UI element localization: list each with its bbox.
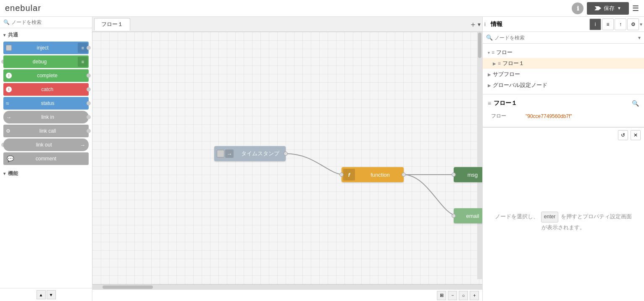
scroll-up-button[interactable]: ▲ bbox=[37, 290, 46, 299]
panel-title-icon: i bbox=[484, 21, 486, 27]
flow-node-timestamp[interactable]: → タイムスタンプ bbox=[214, 146, 286, 161]
flow-node-email[interactable]: email ✉ bbox=[454, 208, 482, 223]
tab-bar: フロー１ ＋ ▾ bbox=[92, 17, 482, 32]
table-cell-key: フロー bbox=[489, 111, 522, 121]
timestamp-sq-port bbox=[217, 150, 224, 157]
panel-tabs: i 情報 i ≡ ↑ ⚙ ▾ bbox=[483, 17, 644, 32]
tab-add-button[interactable]: ＋ bbox=[469, 19, 477, 29]
node-link-call-port-right bbox=[87, 129, 91, 133]
panel-hint: ノードを選択し、 enter を押すとプロパティ設定画面が表示されます。 bbox=[483, 143, 644, 301]
node-comment[interactable]: 💬 comment bbox=[3, 152, 89, 165]
sidebar-search-bar: 🔍 bbox=[0, 17, 92, 28]
node-debug-label: debug bbox=[33, 59, 47, 65]
node-link-in[interactable]: → link in bbox=[3, 111, 89, 123]
function-port-left bbox=[339, 173, 344, 177]
tab-dropdown-button[interactable]: ▾ bbox=[478, 21, 481, 28]
tree-flow1-item[interactable]: ▶ ≡ フロー１ bbox=[483, 58, 644, 69]
node-inject-label: inject bbox=[37, 45, 48, 51]
topbar-right: ℹ 保存 ▼ ☰ bbox=[572, 2, 639, 15]
node-catch-label: catch bbox=[34, 86, 53, 92]
function-icon: f bbox=[343, 169, 355, 181]
category-arrow: ▾ bbox=[3, 33, 5, 37]
panel-search-icon: 🔍 bbox=[486, 34, 493, 41]
canvas-map-button[interactable]: ⊞ bbox=[437, 291, 446, 300]
tree-flow1-label: フロー１ bbox=[502, 60, 524, 67]
node-complete-port-right bbox=[87, 73, 91, 78]
sidebar-left: 🔍 ▾ 共通 inject ≡ debug bbox=[0, 17, 92, 301]
timestamp-label: タイムスタンプ bbox=[234, 150, 286, 157]
msg-port-left bbox=[452, 173, 456, 177]
canvas-bottom-bar: ⊞ － ○ ＋ bbox=[92, 289, 482, 301]
connections-svg bbox=[92, 32, 482, 284]
node-link-in-port-right bbox=[87, 115, 91, 119]
sidebar-search-icon: 🔍 bbox=[3, 19, 10, 25]
node-complete-label: complete bbox=[30, 73, 58, 79]
tree-subflow-item[interactable]: ▶ サブフロー bbox=[483, 69, 644, 80]
panel-actions: ↺ ✕ bbox=[483, 127, 644, 143]
panel-tree: ▾ ≡ フロー ▶ ≡ フロー１ ▶ サブフロー ▶ グローバル設定ノード bbox=[483, 44, 644, 94]
node-link-call[interactable]: ⚙ link call bbox=[3, 125, 89, 137]
tab-flow1[interactable]: フロー１ bbox=[94, 18, 130, 31]
flow-node-msg[interactable]: msg ≡ bbox=[454, 167, 482, 182]
category-kino[interactable]: ▾ 機能 bbox=[0, 168, 92, 179]
sidebar-search-input[interactable] bbox=[11, 19, 89, 25]
category-label: 共通 bbox=[8, 31, 18, 39]
msg-label: msg bbox=[454, 172, 482, 178]
app-logo: enebular bbox=[5, 3, 41, 13]
panel-search-bar: 🔍 ▾ bbox=[483, 32, 644, 44]
node-inject-port-right bbox=[87, 46, 91, 50]
tree-global-label: グローバル設定ノード bbox=[493, 81, 547, 89]
function-label: function bbox=[357, 172, 404, 178]
category-kyotsu[interactable]: ▾ 共通 bbox=[0, 30, 92, 40]
save-dropdown-arrow[interactable]: ▼ bbox=[617, 6, 621, 10]
node-inject[interactable]: inject ≡ bbox=[3, 42, 89, 54]
email-label: email bbox=[454, 213, 482, 219]
canvas-vscroll-thumb bbox=[478, 33, 481, 58]
panel-search-dropdown[interactable]: ▾ bbox=[638, 35, 641, 41]
canvas-vscroll[interactable] bbox=[477, 32, 482, 279]
flow-node-function[interactable]: f function bbox=[342, 167, 404, 182]
canvas-zoom-out-button[interactable]: － bbox=[448, 291, 457, 300]
node-status-label: status bbox=[33, 100, 54, 106]
panel-dropdown-button[interactable]: ▾ bbox=[640, 21, 642, 27]
hamburger-menu[interactable]: ☰ bbox=[632, 4, 639, 13]
node-complete[interactable]: ! complete bbox=[3, 69, 89, 82]
node-debug[interactable]: debug ≡ bbox=[3, 55, 89, 68]
sidebar-scroll-buttons: ▲ ▼ bbox=[0, 288, 92, 301]
category-kino-label: 機能 bbox=[8, 170, 18, 177]
topbar: enebular ℹ 保存 ▼ ☰ bbox=[0, 0, 644, 17]
tree-flow-parent[interactable]: ▾ ≡ フロー bbox=[483, 47, 644, 58]
panel-refresh-button[interactable]: ↺ bbox=[618, 130, 628, 140]
canvas-zoom-in-button[interactable]: ＋ bbox=[470, 291, 479, 300]
canvas-zoom-reset-button[interactable]: ○ bbox=[459, 291, 468, 300]
canvas-hscroll-thumb bbox=[103, 285, 153, 289]
node-status-port-right bbox=[87, 101, 91, 105]
node-catch[interactable]: ! catch bbox=[3, 83, 89, 96]
panel-info-search-btn[interactable]: 🔍 bbox=[632, 100, 639, 107]
panel-hint-text: ノードを選択し、 enter を押すとプロパティ設定画面が表示されます。 bbox=[493, 212, 634, 232]
panel-search-input[interactable] bbox=[494, 35, 636, 41]
flow-canvas[interactable]: → タイムスタンプ f function msg ≡ bbox=[92, 32, 482, 284]
info-button[interactable]: ℹ bbox=[572, 3, 584, 14]
deploy-icon bbox=[594, 6, 601, 10]
panel-info: ≡ フロー１ 🔍 フロー "90cce7749560db7f" bbox=[483, 94, 644, 127]
node-comment-label: comment bbox=[36, 156, 56, 162]
save-button[interactable]: 保存 ▼ bbox=[587, 2, 629, 15]
canvas-hscroll[interactable] bbox=[92, 284, 482, 289]
panel-tab-edit[interactable]: ≡ bbox=[602, 18, 614, 30]
panel-info-flow-title: フロー１ bbox=[494, 99, 517, 107]
panel-tab-settings[interactable]: ⚙ bbox=[627, 18, 639, 30]
node-status[interactable]: ≈ status bbox=[3, 97, 89, 110]
enter-key-badge: enter bbox=[541, 212, 558, 222]
scroll-down-button[interactable]: ▼ bbox=[47, 290, 56, 299]
tree-global-item[interactable]: ▶ グローバル設定ノード bbox=[483, 80, 644, 91]
table-row: フロー "90cce7749560db7f" bbox=[489, 111, 638, 121]
table-cell-value: "90cce7749560db7f" bbox=[523, 111, 638, 121]
panel-tab-info[interactable]: i bbox=[589, 18, 601, 30]
panel-tab-config[interactable]: ↑ bbox=[615, 18, 626, 30]
panel-close-button[interactable]: ✕ bbox=[631, 130, 641, 140]
panel-info-title: ≡ フロー１ 🔍 bbox=[488, 99, 639, 107]
timestamp-port-right bbox=[284, 152, 288, 156]
function-port-right bbox=[402, 173, 406, 177]
node-link-out[interactable]: link out → bbox=[3, 139, 89, 151]
